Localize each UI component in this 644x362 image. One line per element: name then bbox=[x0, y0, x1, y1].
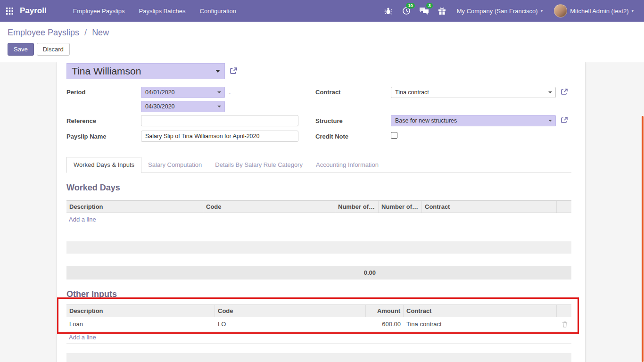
employee-external-link-icon[interactable] bbox=[230, 67, 238, 75]
other-inputs-title: Other Inputs bbox=[66, 289, 571, 300]
app-name[interactable]: Payroll bbox=[20, 6, 47, 16]
worked-days-add-row: Add a line bbox=[66, 213, 571, 226]
worked-days-title: Worked Days bbox=[66, 183, 571, 193]
contract-label: Contract bbox=[315, 89, 340, 96]
column-header-amount: Amount bbox=[366, 305, 404, 317]
breadcrumb-current: New bbox=[92, 28, 109, 37]
control-panel-buttons: Save Discard bbox=[8, 43, 644, 56]
other-inputs-header: Description Code Amount Contract bbox=[66, 304, 571, 317]
cell-description[interactable]: Loan bbox=[66, 317, 215, 331]
structure-field[interactable]: Base for new structures bbox=[391, 115, 556, 126]
period-label: Period bbox=[66, 89, 85, 96]
trash-icon bbox=[562, 321, 568, 328]
breadcrumb-parent[interactable]: Employee Payslips bbox=[8, 28, 79, 37]
apps-menu-button[interactable] bbox=[0, 0, 19, 22]
tab-accounting-information[interactable]: Accounting Information bbox=[309, 157, 385, 173]
save-button[interactable]: Save bbox=[8, 43, 34, 56]
tab-worked-days-inputs[interactable]: Worked Days & Inputs bbox=[66, 157, 141, 173]
menu-employee-payslips[interactable]: Employee Payslips bbox=[73, 8, 125, 15]
app-menus: Employee Payslips Payslips Batches Confi… bbox=[73, 8, 236, 15]
debug-menu-button[interactable] bbox=[380, 0, 396, 22]
contract-field[interactable]: Tina contract bbox=[391, 87, 556, 98]
chevron-down-icon bbox=[217, 91, 221, 93]
column-header-description: Description bbox=[66, 305, 215, 317]
cell-amount[interactable]: 600.00 bbox=[366, 317, 404, 331]
chevron-down-icon bbox=[548, 120, 552, 122]
menu-configuration[interactable]: Configuration bbox=[200, 8, 236, 15]
cell-contract[interactable]: Tina contract bbox=[404, 317, 557, 331]
column-header-code: Code bbox=[203, 201, 335, 213]
worked-days-total-row: 0.00 bbox=[66, 266, 571, 280]
structure-label: Structure bbox=[315, 117, 343, 124]
tab-details-by-salary-rule-category[interactable]: Details By Salary Rule Category bbox=[208, 157, 309, 173]
form-sheet: Tina Williamson Period 04/01/2020 - 04/3… bbox=[57, 62, 586, 362]
add-a-line-link[interactable]: Add a line bbox=[69, 216, 96, 223]
credit-note-label: Credit Note bbox=[315, 133, 348, 140]
payslip-name-input[interactable] bbox=[141, 131, 298, 142]
employee-field[interactable]: Tina Williamson bbox=[66, 63, 225, 79]
activities-button[interactable]: 10 bbox=[398, 0, 414, 22]
breadcrumb-separator: / bbox=[84, 28, 87, 37]
payroll-form-page: Payroll Employee Payslips Payslips Batch… bbox=[0, 0, 644, 362]
cell-code[interactable]: LO bbox=[215, 317, 366, 331]
other-inputs-row[interactable]: Loan LO 600.00 Tina contract bbox=[66, 317, 571, 331]
breadcrumb: Employee Payslips / New bbox=[0, 22, 644, 38]
column-header-contract: Contract bbox=[404, 305, 557, 317]
navbar-left: Payroll Employee Payslips Payslips Batch… bbox=[0, 0, 236, 22]
chevron-down-icon: ▾ bbox=[541, 8, 543, 13]
company-name: My Company (San Francisco) bbox=[457, 8, 538, 15]
tab-salary-computation[interactable]: Salary Computation bbox=[141, 157, 208, 173]
payslip-form: Tina Williamson Period 04/01/2020 - 04/3… bbox=[66, 62, 571, 157]
contract-value: Tina contract bbox=[395, 89, 429, 96]
delete-row-button[interactable] bbox=[557, 317, 572, 331]
payslip-name-label: Payslip Name bbox=[66, 133, 107, 140]
user-name: Mitchell Admin (test2) bbox=[570, 8, 628, 15]
navbar-right: 10 3 My Company (San Francisco) bbox=[380, 0, 644, 22]
worked-days-header: Description Code Number of ... Number of… bbox=[66, 200, 571, 213]
period-from-field[interactable]: 04/01/2020 bbox=[141, 87, 225, 98]
discard-button[interactable]: Discard bbox=[37, 43, 70, 56]
period-to-field[interactable]: 04/30/2020 bbox=[141, 101, 225, 112]
messages-badge: 3 bbox=[426, 3, 432, 8]
gift-icon bbox=[438, 7, 446, 15]
period-from-value: 04/01/2020 bbox=[145, 89, 175, 96]
notifications-button[interactable] bbox=[434, 0, 450, 22]
scrollbar-thumb[interactable] bbox=[642, 116, 644, 362]
notebook-tabs: Worked Days & Inputs Salary Computation … bbox=[66, 157, 571, 173]
add-a-line-link[interactable]: Add a line bbox=[69, 334, 96, 341]
column-header-number-of-days: Number of ... bbox=[335, 201, 379, 213]
messages-button[interactable]: 3 bbox=[416, 0, 432, 22]
column-header-actions bbox=[557, 201, 572, 213]
menu-payslips-batches[interactable]: Payslips Batches bbox=[139, 8, 186, 15]
column-header-number-of-hours: Number of ... bbox=[379, 201, 422, 213]
column-header-code: Code bbox=[215, 305, 366, 317]
structure-value: Base for new structures bbox=[395, 117, 457, 124]
avatar bbox=[554, 4, 567, 17]
company-switcher[interactable]: My Company (San Francisco) ▾ bbox=[452, 0, 547, 22]
content-area: Tina Williamson Period 04/01/2020 - 04/3… bbox=[0, 62, 644, 362]
apps-grid-icon bbox=[6, 8, 13, 15]
user-menu[interactable]: Mitchell Admin (test2) ▾ bbox=[549, 0, 638, 22]
worked-days-total: 0.00 bbox=[66, 269, 376, 276]
credit-note-checkbox[interactable] bbox=[391, 132, 397, 139]
control-panel: Employee Payslips / New Save Discard bbox=[0, 22, 644, 62]
column-header-description: Description bbox=[66, 201, 203, 213]
activities-badge: 10 bbox=[406, 3, 415, 8]
empty-row-striped bbox=[66, 353, 571, 362]
period-to-value: 04/30/2020 bbox=[145, 103, 175, 110]
chevron-down-icon bbox=[217, 106, 221, 107]
employee-name-value: Tina Williamson bbox=[72, 66, 141, 77]
chevron-down-icon: ▾ bbox=[631, 8, 634, 13]
structure-external-link-icon[interactable] bbox=[561, 116, 568, 124]
chevron-down-icon bbox=[215, 70, 220, 73]
column-header-actions bbox=[557, 305, 572, 317]
empty-row bbox=[66, 344, 571, 353]
top-navbar: Payroll Employee Payslips Payslips Batch… bbox=[0, 0, 644, 22]
chevron-down-icon bbox=[548, 91, 552, 93]
bug-icon bbox=[384, 7, 392, 15]
empty-row bbox=[66, 226, 571, 241]
empty-row bbox=[66, 254, 571, 266]
reference-input[interactable] bbox=[141, 115, 298, 126]
other-inputs-add-row: Add a line bbox=[66, 331, 571, 344]
contract-external-link-icon[interactable] bbox=[561, 88, 568, 96]
